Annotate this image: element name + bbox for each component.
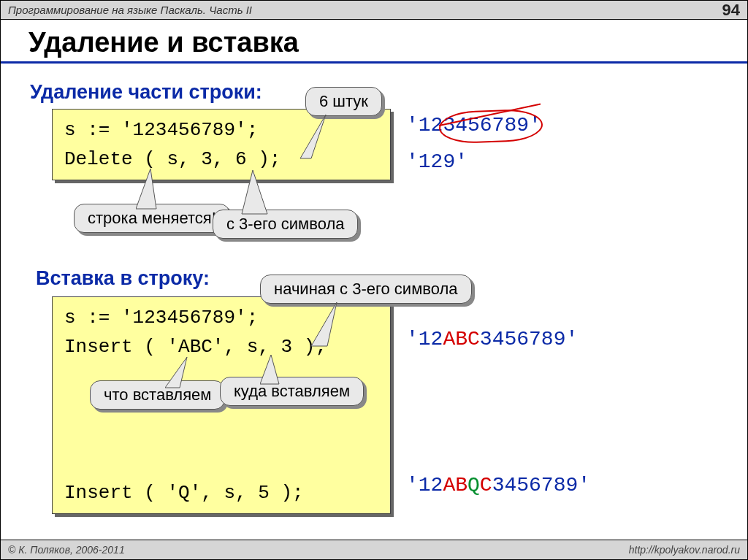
callout-where: куда вставляем bbox=[220, 377, 364, 406]
res2-c: C bbox=[480, 474, 492, 496]
slide: Программирование на языке Паскаль. Часть… bbox=[0, 0, 748, 560]
section2-title: Вставка в строку: bbox=[36, 267, 210, 290]
callout-six: 6 штук bbox=[305, 87, 382, 116]
page-number: 94 bbox=[722, 1, 740, 20]
footer: © К. Поляков, 2006-2011 http://kpolyakov… bbox=[1, 540, 747, 559]
result-delete-after: '129' bbox=[406, 150, 468, 173]
res1-post: 3456789' bbox=[480, 328, 578, 350]
callout-start-3rd: начиная с 3-его символа bbox=[260, 275, 472, 304]
res1-pre: '12 bbox=[406, 328, 443, 350]
res1-mid: ABC bbox=[443, 328, 479, 350]
result-insert-1: '12ABC3456789' bbox=[406, 328, 578, 350]
code-delete: s := '123456789'; Delete ( s, 3, 6 ); bbox=[52, 109, 391, 180]
footer-right: http://kpolyakov.narod.ru bbox=[629, 544, 740, 556]
callout-what: что вставляем bbox=[90, 380, 225, 410]
callout-from-3rd: с 3-его символа bbox=[213, 210, 358, 239]
res2-ab: AB bbox=[443, 474, 468, 496]
res2-post: 3456789' bbox=[492, 474, 590, 496]
result-insert-2: '12ABQC3456789' bbox=[406, 474, 590, 496]
section1-title: Удаление части строки: bbox=[30, 81, 262, 104]
callout-changes: строка меняется! bbox=[74, 204, 230, 233]
res2-q: Q bbox=[468, 474, 480, 496]
topbar: Программирование на языке Паскаль. Часть… bbox=[1, 1, 747, 20]
res2-pre: '12 bbox=[406, 474, 443, 496]
page-title: Удаление и вставка bbox=[1, 20, 747, 64]
footer-left: © К. Поляков, 2006-2011 bbox=[8, 544, 125, 556]
topbar-title: Программирование на языке Паскаль. Часть… bbox=[8, 4, 252, 16]
